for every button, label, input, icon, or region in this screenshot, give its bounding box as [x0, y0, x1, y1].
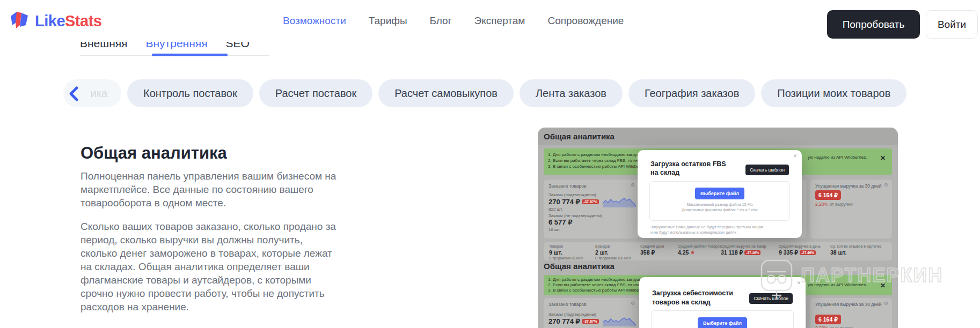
logo[interactable]: LikeStats [9, 9, 101, 33]
paragraph-line: Полноценная панель управления вашим бизн… [81, 169, 336, 183]
gear-icon: ⚙ [631, 301, 635, 306]
trend-badge: -37.46% [744, 250, 760, 255]
login-button[interactable]: Войти [926, 10, 978, 39]
close-icon: × [793, 152, 797, 160]
lost-revenue-card-2: Упущенная выручка за 30 дней ⚙ 6 164 ₽ 2… [810, 298, 892, 328]
stat-label: Средняя цена [640, 244, 678, 248]
lost-revenue-card: Упущенная выручка за 30 дней ⚙ 6 164 ₽ 2… [810, 180, 892, 238]
lost-revenue-badge: 6 164 ₽ [815, 190, 841, 200]
upload-caption: Максимальный размер файла 15 Mb Допустим… [650, 202, 789, 212]
orders-confirmed-count: 822 шт. [548, 207, 563, 212]
nav-item-blog[interactable]: Блог [430, 15, 452, 27]
card-title: Упущенная выручка за 30 дней [815, 302, 881, 307]
card-title: Упущенная выручка за 30 дней [815, 183, 881, 189]
stat-revenue-per-day: Средняя выручка в день 9 335 ₽-27.46% [779, 244, 830, 258]
stat-products: Товаров 9 шт. С продажами 88.88% [549, 244, 595, 258]
banner-line: 3. В связи с особенностью работы API Wil… [548, 163, 640, 169]
orders-unconfirmed-value: 6 577 ₽ [548, 218, 572, 226]
nav-item-pricing[interactable]: Тарифы [369, 15, 407, 27]
banner-line: 2. Если вы работаете через склад FBS, то… [548, 282, 640, 288]
stat-value: 358 ₽ [640, 249, 678, 256]
gear-icon: ⚙ [884, 301, 888, 306]
choose-file-button: Выберите файл [698, 317, 747, 328]
pill-supply-control[interactable]: Контроль поставок [127, 79, 253, 107]
logo-stats: Stats [65, 12, 101, 29]
stat-reviews: Ср. кол-во отзывов в карточке 38 шт. [830, 244, 887, 258]
orders-card: Заказано товаров ⚙ Заказы (подтверждены)… [544, 180, 639, 238]
stat-sub: С продажами 100.00% [595, 256, 640, 260]
feature-screenshot: Общая аналитика 1. Для работы с разделом… [538, 128, 898, 328]
stat-value: 38 шт. [830, 249, 887, 256]
paragraph-line: маркетплейсе. Все данные по состоянию ва… [81, 183, 336, 196]
tab-indicator [152, 54, 228, 56]
stat-sub: С продажами 88.88% [549, 256, 595, 260]
trend-badge: -37.87% [582, 199, 599, 204]
pill-my-product-positions[interactable]: Позиции моих товаров [761, 79, 906, 107]
pill-buyout-calc[interactable]: Расчет самовыкупов [378, 79, 514, 107]
orders-confirmed-label: Заказы (подтверждены) [548, 312, 596, 317]
stat-avg-price: Средняя цена 358 ₽ [640, 244, 678, 258]
try-button[interactable]: Попробовать [827, 10, 920, 39]
privacy-note: Загружаемые Вами данные не будут передан… [650, 225, 763, 235]
orders-confirmed-label: Заказы (подтверждены) [548, 192, 596, 197]
close-icon: ✕ [880, 154, 886, 162]
banner-line: 1. Для работы с разделом необходимо загр… [548, 152, 640, 158]
section-paragraph-1: Полноценная панель управления вашим бизн… [81, 169, 336, 210]
stats-strip: Товаров 9 шт. С продажами 88.88% Брендов… [544, 242, 892, 260]
stat-value: 4.25★ [678, 249, 721, 256]
stat-revenue-per-product: Средняя выручка на товар 31 118 ₽-37.46% [721, 244, 779, 258]
stat-value: 31 118 ₽-37.46% [721, 249, 779, 256]
rating-value: 4.25 [678, 249, 689, 256]
trend-badge: -37.87% [582, 319, 599, 324]
nav-item-features[interactable]: Возможности [283, 15, 346, 27]
stat-label: Средний рейтинг товаров [678, 244, 721, 248]
banner-lines: 1. Для работы с разделом необходимо загр… [548, 277, 640, 293]
screenshot-title: Общая аналитика [544, 132, 615, 141]
star-icon: ★ [690, 250, 694, 255]
orders-confirmed-value: 270 774 ₽-37.87% [548, 317, 599, 325]
banner-tail-text: ую неделю из API Wildberries. [808, 155, 867, 160]
paragraph-line: срочно нужно провести работу, чтобы не д… [81, 287, 336, 300]
fbs-upload-modal: × Загрузка остатков FBS на склад Скачать… [638, 150, 802, 238]
pill-supply-calc[interactable]: Расчет поставок [259, 79, 372, 107]
percent-value: 2.20% [815, 202, 828, 207]
chevron-left-icon[interactable] [65, 85, 84, 103]
paragraph-line: сколько денег заморожено в товарах, кото… [81, 247, 336, 260]
lost-revenue-percent: 2.20% от выручки [815, 325, 853, 328]
trend-badge: -27.46% [800, 250, 816, 255]
nav-item-support[interactable]: Сопровождение [547, 15, 624, 27]
banner-line: 1. Для работы с разделом необходимо загр… [548, 277, 640, 282]
sparkline-chart [603, 196, 636, 210]
percent-suffix: от выручки [828, 325, 853, 328]
value-text: 31 118 ₽ [721, 249, 743, 256]
caption-line: Допустимые форматы файла: *.xls и *.xlsx [650, 207, 789, 213]
logo-like: Like [35, 12, 65, 29]
paragraph-line: товарооборота в одном месте. [81, 196, 336, 210]
navbar: LikeStats Возможности Тарифы Блог Экспер… [0, 0, 980, 42]
upload-dropzone: Выберите файл Максимальный размер файла … [649, 181, 790, 221]
stat-label: Средняя выручка в день [779, 244, 830, 248]
pill-orders-feed[interactable]: Лента заказов [520, 79, 623, 107]
note-line: и не будут использованы в коммерческих ц… [650, 230, 763, 235]
screenshot-header-bar: Общая аналитика [538, 128, 898, 145]
paragraph-line: на складах. Общая аналитика определяет в… [81, 260, 336, 273]
banner-lines: 1. Для работы с разделом необходимо загр… [548, 152, 640, 169]
download-template-button: Скачать шаблон [749, 293, 793, 304]
logo-text: LikeStats [35, 12, 101, 30]
card-title: Заказано товаров [548, 302, 586, 307]
logo-icon [9, 9, 30, 33]
stat-avg-rating: Средний рейтинг товаров 4.25★ [678, 244, 721, 258]
feature-pills: ика Контроль поставок Расчет поставок Ра… [63, 79, 906, 107]
stat-label: Товаров [549, 244, 595, 248]
note-line: Загружаемые Вами данные не будут передан… [650, 225, 763, 230]
stat-value: 9 335 ₽-27.46% [779, 249, 830, 256]
download-template-button: Скачать шаблон [745, 165, 789, 175]
percent-suffix: от выручки [828, 202, 853, 207]
lost-revenue-badge: 6 164 ₽ [815, 315, 841, 324]
paragraph-line: Сколько ваших товаров заказано, сколько … [81, 220, 336, 233]
pill-orders-geography[interactable]: География заказов [628, 79, 755, 107]
banner-line: 3. В связи с особенностью работы API Wil… [548, 288, 640, 293]
stat-value: 9 шт. [549, 249, 595, 256]
nav-item-experts[interactable]: Экспертам [474, 15, 525, 27]
percent-value: 2.20% [815, 325, 828, 328]
